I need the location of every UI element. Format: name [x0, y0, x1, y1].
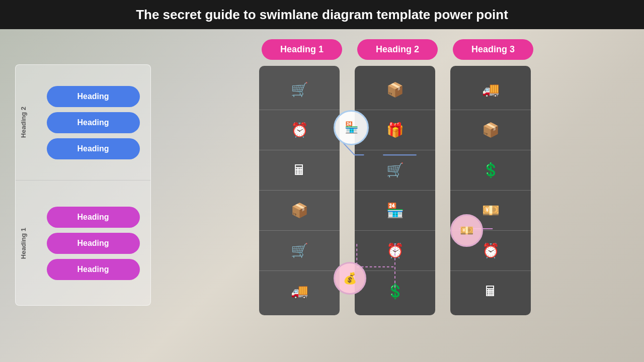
diagram-col-3: 🚚 📦 💲 💴 ⏰ 🖩 — [450, 66, 531, 315]
bottom-buttons: Heading Heading Heading — [47, 207, 140, 280]
col2-item5: ⏰ — [355, 231, 435, 271]
connector-pink-1: 💴 — [450, 214, 483, 247]
title-bar: The secret guide to swimlane diagram tem… — [0, 0, 644, 29]
column-headers: Heading 1 Heading 2 Heading 3 — [262, 39, 533, 60]
col-header-1: Heading 1 — [262, 39, 342, 60]
diagram-col-1: 🛒 ⏰ 🖩 📦 🛒 🚚 — [259, 66, 340, 315]
swimlane-label-top: Heading 2 — [20, 107, 27, 138]
heading-btn-5[interactable]: Heading — [47, 233, 140, 254]
heading-btn-4[interactable]: Heading — [47, 207, 140, 228]
col3-item2: 📦 — [450, 110, 531, 150]
col-header-2: Heading 2 — [357, 39, 438, 60]
diagram-area: Heading 1 Heading 2 Heading 3 — [151, 39, 629, 315]
col3-item3: 💲 — [450, 150, 531, 191]
col3-item1: 🚚 — [450, 70, 531, 110]
heading-btn-3[interactable]: Heading — [47, 138, 140, 159]
col1-item3: 🖩 — [259, 150, 340, 191]
swimlane-heading1: Heading 1 Heading Heading Heading — [16, 180, 150, 306]
col2-item1: 📦 — [355, 70, 435, 110]
col1-item6: 🚚 — [259, 271, 340, 311]
content-area: Heading 2 Heading Heading Heading Headin… — [0, 29, 644, 362]
page-title: The secret guide to swimlane diagram tem… — [136, 7, 508, 23]
connector-pink-2: 💰 — [334, 262, 366, 295]
left-panel: Heading 2 Heading Heading Heading Headin… — [15, 64, 151, 306]
col2-item3: 🛒 — [355, 150, 435, 191]
swimlane-label-bottom: Heading 1 — [20, 228, 27, 259]
col1-item1: 🛒 — [259, 70, 340, 110]
top-buttons: Heading Heading Heading — [47, 86, 140, 159]
col2-item6: 💲 — [355, 271, 435, 311]
heading-btn-2[interactable]: Heading — [47, 112, 140, 133]
col1-item2: ⏰ — [259, 110, 340, 150]
col3-item6: 🖩 — [450, 271, 531, 311]
heading-btn-1[interactable]: Heading — [47, 86, 140, 107]
col-header-3: Heading 3 — [453, 39, 533, 60]
col1-item4: 📦 — [259, 191, 340, 231]
col2-item4: 🏪 — [355, 191, 435, 231]
heading-btn-6[interactable]: Heading — [47, 259, 140, 280]
columns-container: 🛒 ⏰ 🖩 📦 🛒 🚚 🏪 📦 🎁 🛒 🏪 ⏰ 💲 — [259, 66, 531, 315]
swimlane-heading2: Heading 2 Heading Heading Heading — [16, 65, 150, 180]
diagram-col-2: 📦 🎁 🛒 🏪 ⏰ 💲 — [355, 66, 435, 315]
connector-blue-1: 🏪 — [334, 110, 369, 145]
col1-item5: 🛒 — [259, 231, 340, 271]
